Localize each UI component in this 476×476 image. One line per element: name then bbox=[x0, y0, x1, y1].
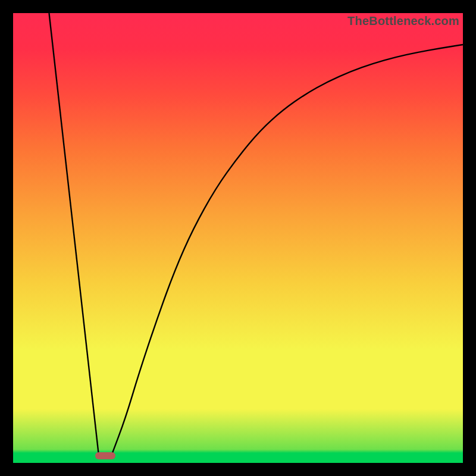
plateau-marker bbox=[95, 452, 115, 459]
left-line bbox=[49, 13, 98, 454]
watermark-text: TheBottleneck.com bbox=[347, 14, 459, 28]
chart-frame: TheBottleneck.com bbox=[0, 0, 476, 476]
right-curve bbox=[112, 45, 463, 454]
plot-area: TheBottleneck.com bbox=[13, 13, 463, 463]
chart-svg bbox=[13, 13, 463, 463]
